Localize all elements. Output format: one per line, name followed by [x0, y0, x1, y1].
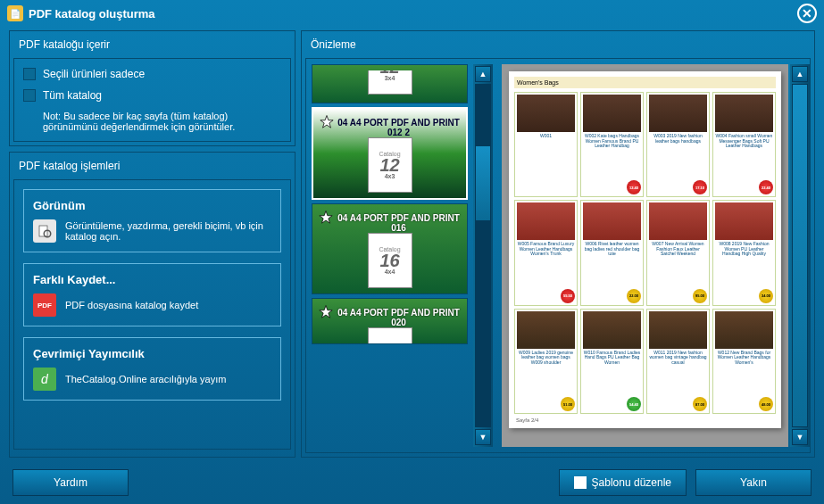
radio-icon: [23, 68, 36, 80]
product-name: W003 2019 New fashion leather bags handb…: [649, 134, 707, 148]
price-badge: 51.00: [561, 397, 575, 411]
scroll-down-icon[interactable]: ▼: [792, 429, 808, 445]
product-image: [649, 95, 707, 132]
product-cell: W012 New Brand Bags for Women Leather Ha…: [712, 309, 776, 414]
product-cell: W008 2019 New Fashion Women PU Leather H…: [712, 200, 776, 305]
price-badge: 87.00: [693, 397, 707, 411]
product-cell: W007 New Arrival Women Fashion Faux Leat…: [646, 200, 710, 305]
price-badge: 17.10: [693, 180, 707, 194]
product-name: W004 Fashion small Women Messenger Bags …: [715, 134, 773, 148]
publish-title: Çevrimiçi Yayımcılık: [33, 347, 271, 360]
product-cell: W010 Famous Brand Ladies Hand Bags PU Le…: [580, 309, 644, 414]
scroll-track[interactable]: [475, 84, 491, 427]
product-name: W001: [517, 134, 575, 148]
preview-panel: Önizleme Catalog 12 3x4: [301, 30, 815, 458]
price-badge: 22.00: [627, 289, 641, 303]
product-cell: W006 Rivet leather women bag ladies red …: [580, 200, 644, 305]
product-cell: W003 2019 New fashion leather bags handb…: [646, 92, 710, 197]
product-name: W005 Famous Brand Luxury Women Leather H…: [517, 242, 575, 256]
template-list: Catalog 12 3x4 04 A4 PORT PDF AND PRINT …: [312, 64, 468, 447]
price-badge: 34.00: [759, 289, 773, 303]
star-icon: [318, 210, 334, 226]
template-label: 04 A4 PORT PDF AND PRINT 016: [336, 213, 462, 233]
edit-template-button[interactable]: Şablonu düzenle: [559, 469, 687, 496]
product-name: W012 New Brand Bags for Women Leather Ha…: [715, 351, 773, 365]
product-image: [517, 311, 575, 349]
product-image: [583, 311, 641, 349]
template-scrollbar[interactable]: ▲ ▼: [473, 64, 493, 447]
footer: Yardım Şablonu düzenle Yakın: [0, 461, 824, 504]
product-cell: W011 2019 New fashion women bag vintage …: [646, 309, 710, 414]
ops-header: PDF katalog işlemleri: [13, 156, 291, 179]
product-image: [649, 311, 707, 349]
contains-panel: PDF kataloğu içerir Seçili ürünleri sade…: [9, 30, 295, 146]
price-badge: 54.40: [627, 397, 641, 411]
price-badge: 22.40: [759, 180, 773, 194]
product-image: [583, 95, 641, 132]
product-cell: W005 Famous Brand Luxury Women Leather H…: [514, 200, 578, 305]
publish-desc: TheCatalog.Online aracılığıyla yayım: [65, 374, 226, 384]
product-name: W002 Kate bags Handbags Women Famous Bra…: [583, 134, 641, 148]
product-image: [517, 202, 575, 240]
price-badge: 55.50: [561, 289, 575, 303]
main-window: 📄 PDF katalog oluşturma ✕ PDF kataloğu i…: [0, 0, 824, 504]
template-item[interactable]: 04 A4 PORT PDF AND PRINT 016 Catalog 16 …: [312, 203, 468, 294]
template-thumb: Catalog 12 4x3: [368, 137, 412, 193]
scroll-down-icon[interactable]: ▼: [475, 429, 491, 445]
product-cell: W004 Fashion small Women Messenger Bags …: [712, 92, 776, 197]
page-preview: Women's Bags W001W002 Kate bags Handbags…: [502, 64, 810, 447]
contains-note: Not: Bu sadece bir kaç sayfa (tüm katalo…: [23, 111, 281, 132]
scroll-thumb[interactable]: [475, 145, 491, 221]
ops-panel: PDF katalog işlemleri Görünüm Görüntülem…: [9, 152, 295, 458]
help-button[interactable]: Yardım: [12, 469, 129, 496]
radio-all-catalog[interactable]: Tüm katalog: [23, 89, 281, 102]
view-action[interactable]: Görünüm Görüntüleme, yazdırma, gerekli b…: [23, 189, 281, 252]
radio-selected-only[interactable]: Seçili ürünleri sadece: [23, 68, 281, 80]
product-image: [583, 202, 641, 240]
save-action[interactable]: Farklı Kaydet... PDF PDF dosyasına katal…: [23, 263, 281, 326]
radio-all-label: Tüm katalog: [43, 89, 102, 102]
price-badge: 95.00: [693, 289, 707, 303]
preview-scrollbar[interactable]: ▲ ▼: [790, 64, 810, 447]
product-image: [715, 202, 773, 240]
save-title: Farklı Kaydet...: [33, 273, 271, 286]
product-name: W011 2019 New fashion women bag vintage …: [649, 351, 707, 365]
product-image: [517, 95, 575, 132]
online-icon: d: [33, 368, 56, 391]
product-cell: W009 Ladies 2019 genuine leather bag wom…: [514, 309, 578, 414]
template-item-selected[interactable]: 04 A4 PORT PDF AND PRINT 012 2 Catalog 1…: [312, 107, 468, 200]
product-name: W006 Rivet leather women bag ladies red …: [583, 242, 641, 256]
star-icon: [318, 304, 334, 320]
template-thumb: Catalog 12 3x4: [368, 70, 412, 95]
template-label: 04 A4 PORT PDF AND PRINT 012 2: [337, 118, 461, 137]
price-badge: 48.00: [759, 397, 773, 411]
save-desc: PDF dosyasına katalog kaydet: [65, 300, 198, 310]
view-title: Görünüm: [33, 199, 271, 212]
window-title: PDF katalog oluşturma: [29, 7, 155, 21]
close-icon[interactable]: ✕: [797, 4, 817, 23]
scroll-thumb[interactable]: [792, 84, 808, 427]
close-button[interactable]: Yakın: [695, 469, 812, 496]
product-name: W009 Ladies 2019 genuine leather bag wom…: [517, 351, 575, 365]
scroll-track[interactable]: [792, 84, 808, 427]
scroll-up-icon[interactable]: ▲: [792, 66, 808, 82]
preview-header: Önizleme: [305, 35, 811, 58]
edit-icon: [574, 476, 587, 489]
app-icon: 📄: [7, 5, 23, 21]
product-image: [715, 311, 773, 349]
scroll-up-icon[interactable]: ▲: [475, 66, 491, 82]
product-cell: W002 Kate bags Handbags Women Famous Bra…: [580, 92, 644, 197]
titlebar: 📄 PDF katalog oluşturma ✕: [0, 0, 824, 27]
pdf-icon: PDF: [33, 293, 56, 317]
contains-header: PDF kataloğu içerir: [13, 35, 291, 58]
template-item[interactable]: 04 A4 PORT PDF AND PRINT 020 Catalog: [312, 298, 468, 344]
product-image: [715, 95, 773, 132]
template-thumb: Catalog: [368, 327, 412, 343]
product-cell: W001: [514, 92, 578, 197]
radio-icon: [23, 89, 36, 102]
product-name: W008 2019 New Fashion Women PU Leather H…: [715, 242, 773, 256]
price-badge: 12.40: [627, 180, 641, 194]
publish-action[interactable]: Çevrimiçi Yayımcılık d TheCatalog.Online…: [23, 337, 281, 401]
star-icon: [319, 114, 335, 130]
template-item[interactable]: Catalog 12 3x4: [312, 64, 468, 103]
